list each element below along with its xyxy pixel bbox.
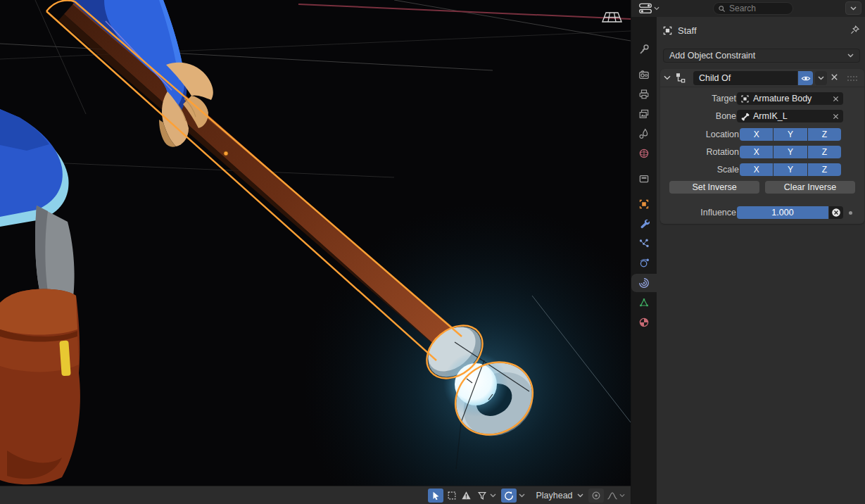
chevron-down-icon (818, 76, 824, 80)
scale-axis-toggles: X Y Z (740, 163, 841, 176)
curve-icon[interactable] (605, 489, 619, 503)
scale-label: Scale (717, 163, 739, 176)
bone-row: Bone ArmIK_L (660, 110, 864, 122)
breadcrumb-object-name[interactable]: Staff (678, 25, 697, 36)
scale-z-toggle[interactable]: Z (808, 163, 841, 176)
tab-object-data[interactable] (631, 294, 657, 312)
scale-y-toggle[interactable]: Y (774, 163, 807, 176)
influence-row: Influence 1.000 (660, 206, 864, 219)
select-cursor-icon[interactable] (428, 489, 443, 503)
properties-content: Staff Add Object Constraint Child Of (657, 17, 865, 504)
add-object-constraint-button[interactable]: Add Object Constraint (663, 49, 860, 63)
header-options-button[interactable] (845, 1, 861, 15)
viewport-scene (0, 0, 631, 486)
target-value: Armature Body (753, 94, 812, 103)
bone-icon (740, 112, 750, 121)
tab-scene[interactable] (631, 125, 657, 143)
circled-x-icon (831, 208, 841, 218)
location-label: Location (706, 128, 739, 141)
character-boot[interactable] (0, 289, 80, 484)
tab-collection[interactable] (631, 170, 657, 188)
filter-dropdown-chevron-icon[interactable] (488, 489, 498, 503)
tab-particles[interactable] (631, 234, 657, 253)
tab-physics[interactable] (631, 254, 657, 272)
breadcrumb: Staff (662, 24, 697, 37)
chevron-down-icon (847, 53, 854, 58)
location-z-toggle[interactable]: Z (808, 128, 841, 141)
tab-material[interactable] (631, 313, 657, 332)
constraint-drag-handle[interactable] (847, 75, 858, 82)
pin-icon[interactable] (850, 25, 860, 35)
scale-row: Scale X Y Z (660, 163, 864, 176)
search-input[interactable]: Search (713, 2, 793, 15)
influence-slider[interactable]: 1.000 (737, 206, 828, 219)
record-keyframe-icon[interactable] (588, 489, 604, 503)
chevron-down-icon (654, 6, 659, 11)
tab-output[interactable] (631, 85, 657, 103)
inverse-row: Set Inverse Clear Inverse (660, 181, 864, 194)
chevron-down-icon (850, 6, 857, 11)
search-placeholder: Search (729, 4, 756, 13)
rotation-label: Rotation (706, 146, 739, 158)
influence-label: Influence (700, 206, 736, 219)
location-y-toggle[interactable]: Y (774, 128, 807, 141)
object-icon (662, 25, 673, 36)
target-row: Target Armature Body (660, 92, 864, 105)
constraint-panel: Child Of Target Armature Body (660, 69, 864, 224)
panel-expand-chevron-icon[interactable] (664, 75, 671, 80)
clear-bone-icon[interactable] (832, 113, 840, 120)
rotation-z-toggle[interactable]: Z (808, 146, 841, 158)
rotation-y-toggle[interactable]: Y (774, 146, 807, 158)
curve-dropdown-chevron-icon[interactable] (618, 489, 626, 503)
influence-clear-button[interactable] (829, 206, 843, 219)
influence-decorator-dot[interactable] (849, 211, 852, 215)
object-origin-dot (224, 151, 228, 156)
target-label: Target (712, 92, 736, 105)
bone-value: ArmIK_L (753, 111, 788, 121)
tab-view-layer[interactable] (631, 105, 657, 123)
location-axis-toggles: X Y Z (740, 128, 841, 141)
properties-editor: Search (631, 0, 865, 504)
rotation-row: Rotation X Y Z (660, 146, 864, 158)
add-object-constraint-label: Add Object Constraint (669, 51, 755, 61)
box-select-icon[interactable] (444, 489, 459, 503)
child-of-constraint-icon (674, 72, 686, 84)
rotation-x-toggle[interactable]: X (740, 146, 773, 158)
constraint-name-input[interactable]: Child Of (693, 71, 797, 85)
warning-icon[interactable] (459, 489, 474, 503)
chevron-down-icon (577, 493, 583, 498)
bone-field[interactable]: ArmIK_L (737, 110, 843, 122)
set-inverse-button[interactable]: Set Inverse (669, 181, 759, 194)
target-field[interactable]: Armature Body (737, 92, 843, 105)
location-x-toggle[interactable]: X (740, 128, 773, 141)
clear-target-icon[interactable] (832, 95, 840, 103)
tab-render[interactable] (631, 65, 657, 84)
properties-editor-header: Search (631, 0, 865, 17)
refresh-dropdown-chevron-icon[interactable] (517, 489, 526, 503)
tab-object[interactable] (631, 195, 657, 213)
playhead-label: Playhead (536, 491, 572, 500)
constraint-extras-dropdown[interactable] (815, 71, 827, 85)
bone-label: Bone (716, 110, 736, 122)
clear-inverse-button[interactable]: Clear Inverse (765, 181, 855, 194)
scale-x-toggle[interactable]: X (740, 163, 773, 176)
eye-icon (801, 75, 811, 82)
properties-tab-strip (631, 17, 657, 504)
tab-object-constraints[interactable] (631, 274, 657, 292)
timeline-footer: Playhead (0, 486, 631, 504)
tab-tool[interactable] (631, 40, 657, 58)
3d-viewport[interactable] (0, 0, 631, 486)
tab-world[interactable] (631, 144, 657, 163)
location-row: Location X Y Z (660, 128, 864, 141)
tab-modifiers[interactable] (631, 215, 657, 233)
properties-editor-icon (638, 2, 652, 15)
constraint-close-button[interactable] (830, 73, 839, 82)
refresh-icon[interactable] (501, 489, 517, 503)
search-icon (718, 5, 726, 13)
playhead-dropdown[interactable]: Playhead (533, 489, 586, 503)
filter-icon[interactable] (475, 489, 489, 503)
constraint-visibility-toggle[interactable] (798, 71, 813, 85)
object-icon (740, 94, 750, 103)
editor-type-selector[interactable] (638, 1, 661, 15)
rotation-axis-toggles: X Y Z (740, 146, 841, 158)
